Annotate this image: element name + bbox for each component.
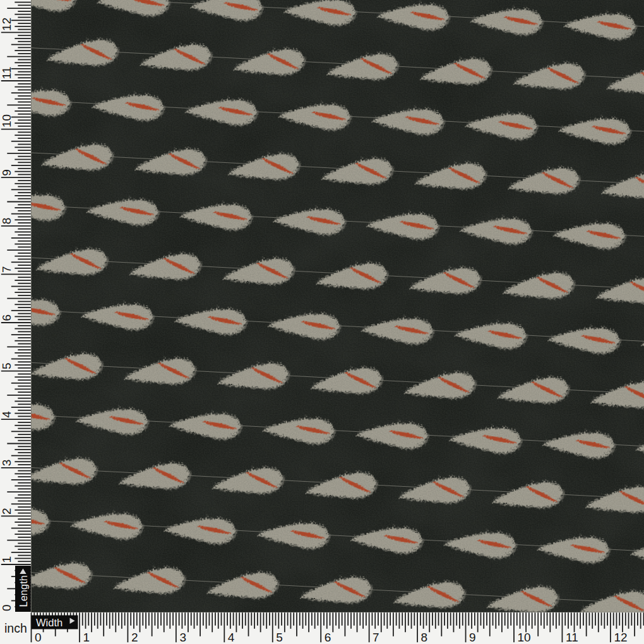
svg-text:1: 1 — [0, 556, 13, 563]
svg-text:9: 9 — [469, 631, 476, 644]
svg-text:11: 11 — [0, 67, 13, 80]
svg-text:Length: Length — [18, 575, 29, 607]
svg-text:4: 4 — [0, 411, 13, 418]
svg-text:12: 12 — [614, 631, 627, 644]
svg-text:2: 2 — [131, 631, 138, 644]
svg-text:2: 2 — [0, 508, 13, 515]
svg-text:9: 9 — [0, 169, 13, 176]
svg-text:11: 11 — [566, 631, 578, 644]
svg-text:5: 5 — [0, 363, 13, 370]
svg-text:6: 6 — [0, 314, 13, 321]
svg-text:10: 10 — [518, 631, 531, 644]
svg-text:0: 0 — [0, 605, 13, 612]
svg-text:inch: inch — [4, 621, 27, 635]
svg-text:8: 8 — [0, 218, 13, 225]
svg-text:3: 3 — [179, 631, 186, 644]
svg-text:1: 1 — [83, 631, 90, 644]
svg-text:3: 3 — [0, 460, 13, 467]
svg-text:0: 0 — [35, 631, 42, 644]
svg-text:5: 5 — [276, 631, 283, 644]
svg-text:Width: Width — [36, 617, 63, 628]
svg-text:10: 10 — [0, 114, 13, 128]
svg-text:8: 8 — [421, 631, 428, 644]
svg-text:6: 6 — [325, 631, 331, 644]
svg-text:4: 4 — [228, 631, 235, 644]
svg-text:7: 7 — [0, 266, 13, 273]
svg-text:12: 12 — [0, 18, 13, 31]
svg-text:7: 7 — [373, 631, 379, 644]
